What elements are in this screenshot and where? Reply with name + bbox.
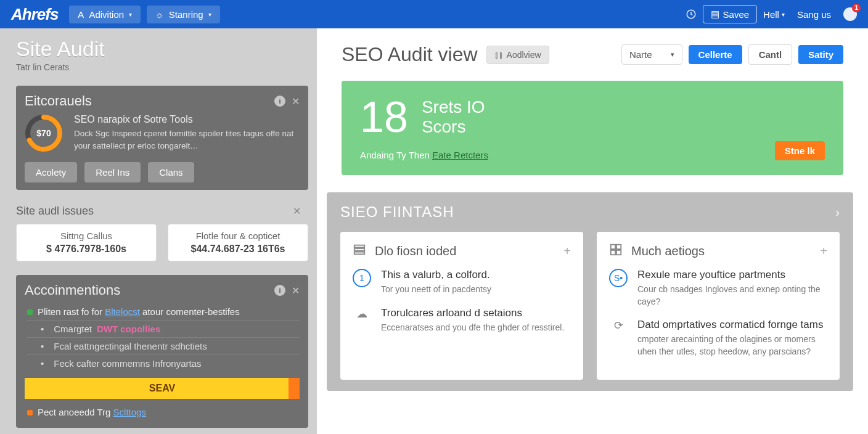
much-item-2[interactable]: ⟳ Datd omprtatives cormaticd fornge tams… [609, 319, 827, 358]
issue-card-2-label: Flotle four & copticet [176, 231, 300, 241]
fintash-title: SIEO FIINTASH [340, 203, 454, 221]
accom-title: Accoinmentions [25, 282, 120, 298]
list-icon [353, 243, 366, 259]
much-item-1[interactable]: S• Rexule mare youftice partments Cour c… [609, 269, 827, 308]
score-label-2: Scors [422, 117, 485, 137]
accom-sub-2[interactable]: Fcal eattngectingal thenentr sdhctiets [27, 337, 300, 354]
accom-panel: Accoinmentions i ✕ Pliten rast fo for Bl… [16, 275, 308, 428]
accom-item-1-link[interactable]: Bltelocst [105, 306, 140, 317]
dlo-item-2[interactable]: ☁ Trorulcares arloand d setaions Eccenar… [353, 307, 571, 334]
dlo-item-2-desc: Eccenaratses and you dfe the ghder of re… [381, 322, 564, 334]
chip-acolety[interactable]: Acolety [25, 162, 77, 182]
nav-stanring[interactable]: ☼ Stanring ▾ [147, 6, 220, 23]
avatar[interactable]: 1 [843, 7, 857, 21]
accom-item-1-post: atour comenter-bestifes [140, 306, 240, 317]
score-value: 18 [360, 96, 408, 139]
cloud-icon: ☁ [353, 307, 371, 334]
close-icon[interactable]: ✕ [293, 205, 301, 217]
svg-rect-8 [611, 250, 615, 255]
caret-down-icon: ▾ [782, 11, 785, 18]
accom-item-2[interactable]: Pect anoeedd Trg Sclttogs [27, 404, 300, 420]
issue-card-1[interactable]: Sittng Callus $ 4776.7978-160s [16, 224, 157, 261]
green-dot-icon [27, 309, 33, 315]
dlo-card: Dlo fiosn ioded + 1 This a valurb, a col… [340, 232, 583, 380]
svg-rect-7 [616, 245, 621, 249]
close-icon[interactable]: ✕ [292, 285, 300, 297]
svg-rect-4 [354, 248, 365, 251]
dlo-item-1-desc: Tor you neett of in pacdentsy [381, 284, 491, 296]
bars-icon: ⫿⫿ [494, 50, 503, 60]
svg-rect-5 [354, 252, 365, 255]
page-subtitle: Tatr lin Cerats [16, 62, 301, 72]
eit-description: Dock Sgc Inspeed cperet fornittle spoile… [74, 128, 300, 152]
nav-sangus[interactable]: Sang us [797, 9, 831, 20]
plus-icon[interactable]: + [563, 244, 571, 258]
much-item-2-title: Datd omprtatives cormaticd fornge tams [637, 319, 827, 331]
svg-rect-6 [611, 245, 615, 249]
brand-logo[interactable]: Ahrefs [11, 5, 58, 24]
caret-down-icon: ▾ [208, 11, 211, 18]
refresh-icon: ⟳ [609, 319, 628, 358]
much-item-1-desc: Cour cb nsadges Ingloves and exnep ontin… [637, 284, 827, 308]
accom-sub-1-pre: Cmargtet [54, 324, 92, 334]
accom-sub-3[interactable]: Feck cafter commemns Infronyartas [27, 354, 300, 372]
step-s-badge: S• [609, 269, 628, 287]
issue-card-2[interactable]: Flotle four & copticet $44.74.687-23 16T… [168, 224, 308, 261]
close-icon[interactable]: ✕ [292, 96, 300, 107]
nav-savee-label: Savee [723, 9, 750, 20]
accom-item-1-pre: Pliten rast fo for [38, 306, 105, 317]
nav-adivition[interactable]: A Adivition ▾ [69, 6, 141, 23]
score-label-1: Srets IO [422, 97, 485, 117]
grid-icon: ▤ [711, 9, 719, 20]
issues-section: Site audl issues ✕ [16, 205, 301, 218]
svg-rect-3 [354, 245, 365, 248]
score-ring: $70 [25, 114, 63, 152]
info-icon[interactable]: i [274, 96, 285, 107]
score-panel: 18 Srets IO Scors Andaing Ty Then Eate R… [342, 81, 843, 175]
score-ring-value: $70 [25, 114, 63, 152]
nav-savee-button[interactable]: ▤ Savee [703, 5, 758, 23]
view-pill-label: Aodlview [507, 50, 541, 60]
accom-item-1[interactable]: Pliten rast fo for Bltelocst atour comen… [27, 303, 300, 320]
nav-stanring-icon: ☼ [155, 9, 164, 20]
caret-down-icon: ▾ [671, 51, 674, 59]
much-item-1-title: Rexule mare youftice partments [637, 269, 827, 281]
score-bottom-link[interactable]: Eate Retcters [432, 150, 488, 160]
main: SEO Audit view ⫿⫿ Aodlview Narte ▾ Celle… [317, 28, 868, 434]
much-item-2-desc: cmpoter arecainting of the olagines or m… [637, 334, 827, 358]
issue-card-1-label: Sittng Callus [24, 231, 149, 241]
nav-adivition-label: Adivition [89, 9, 124, 20]
clock-icon[interactable] [686, 9, 697, 20]
plus-icon[interactable]: + [820, 244, 827, 258]
cellerte-button[interactable]: Cellerte [689, 45, 742, 64]
score-bottom-text: Andaing Ty Then [360, 150, 432, 160]
stne-button[interactable]: Stne lk [775, 141, 825, 160]
eit-heading: SEO narapix of Sotre Tools [74, 114, 300, 125]
info-icon[interactable]: i [274, 285, 285, 296]
nav-hell[interactable]: Hell ▾ [763, 9, 785, 20]
accom-item-2-link[interactable]: Sclttogs [113, 407, 146, 417]
seav-button[interactable]: SEAV [25, 378, 300, 399]
nav-adivition-icon: A [78, 9, 84, 20]
top-nav: Ahrefs A Adivition ▾ ☼ Stanring ▾ ▤ Save… [0, 0, 868, 28]
sidebar: Site Audit Tatr lin Cerats Eitcorauels i… [0, 28, 317, 434]
eitcorauels-panel: Eitcorauels i ✕ $70 SEO narapix of Sotre… [16, 86, 308, 190]
page-title: Site Audit [16, 37, 301, 61]
nav-stanring-label: Stanring [169, 9, 203, 20]
narte-select[interactable]: Narte ▾ [621, 44, 682, 65]
satity-button[interactable]: Satity [798, 45, 843, 64]
chevron-right-icon[interactable]: › [835, 205, 840, 219]
main-title: SEO Audit view [342, 43, 478, 66]
accom-sub-1[interactable]: Cmargtet DWT copollies [27, 320, 300, 337]
chip-clans[interactable]: Clans [148, 162, 194, 182]
cantl-button[interactable]: Cantl [748, 44, 793, 65]
view-pill[interactable]: ⫿⫿ Aodlview [486, 46, 549, 64]
dlo-item-1-title: This a valurb, a colford. [381, 269, 491, 281]
dlo-card-title: Dlo fiosn ioded [375, 244, 456, 258]
accom-item-2-pre: Pect anoeedd Trg [38, 407, 113, 417]
chip-reelins[interactable]: Reel Ins [84, 162, 141, 182]
dlo-item-1[interactable]: 1 This a valurb, a colford. Tor you neet… [353, 269, 571, 296]
nav-hell-label: Hell [763, 9, 779, 20]
notification-badge: 1 [852, 4, 861, 12]
narte-select-value: Narte [629, 49, 652, 60]
